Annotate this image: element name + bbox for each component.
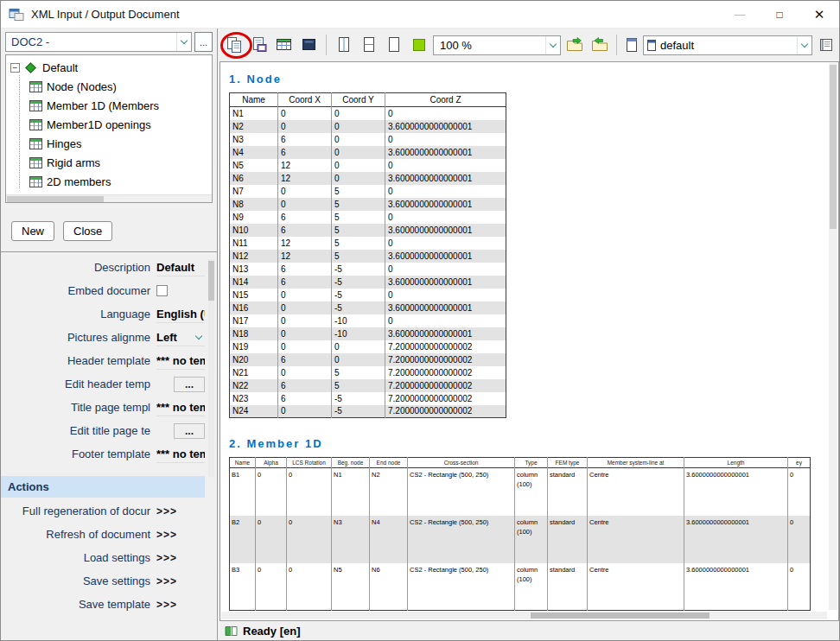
document-combo[interactable]: DOC2 - [5, 32, 192, 52]
template-page-button[interactable] [622, 34, 641, 56]
display-mode-icon [301, 37, 318, 53]
scrollbar-thumb[interactable] [531, 612, 710, 619]
property-row-title-page-template: Title page templ *** no temp [1, 396, 205, 419]
window-body: DOC2 - ... − Default Node (Nodes) [1, 29, 839, 640]
document-horizontal-scrollbar[interactable] [221, 612, 827, 619]
tree-item-member-1d[interactable]: Member 1D (Members [6, 96, 212, 115]
title-page-template-value: *** no temp [156, 401, 205, 414]
tree-item-member1d-openings[interactable]: Member1D openings [6, 115, 212, 134]
table-cell: 3.6000000000000001 [385, 198, 506, 211]
chevron-down-icon[interactable] [545, 36, 560, 54]
column-header: Coord X [278, 93, 332, 107]
save-settings-toolbar-button[interactable] [588, 34, 611, 56]
column-header: Member system-line at [588, 458, 684, 468]
edit-header-template-button[interactable]: ... [174, 377, 205, 392]
chevron-down-icon[interactable] [176, 33, 191, 51]
new-button[interactable]: New [11, 221, 54, 241]
save-settings-button[interactable]: >>> [156, 575, 177, 587]
table-cell: 7.2000000000000002 [385, 392, 506, 405]
save-settings-icon [590, 36, 609, 54]
tree-item-label: Member1D openings [47, 118, 151, 131]
color-swatch[interactable] [413, 39, 425, 51]
zoom-combo[interactable]: 100 % [433, 35, 561, 55]
document-vertical-scrollbar[interactable] [829, 63, 837, 610]
page-layout-button[interactable] [332, 34, 355, 56]
table-cell: 0 [278, 185, 332, 198]
table-row: N170-100 [230, 314, 506, 327]
load-settings-toolbar-button[interactable] [563, 34, 586, 56]
template-combo[interactable]: default [643, 35, 812, 55]
browse-button[interactable]: ... [194, 32, 213, 52]
display-mode-button[interactable] [297, 34, 321, 56]
scrollbar-thumb[interactable] [208, 261, 214, 301]
action-label: Save settings [1, 574, 156, 587]
edit-title-page-template-button[interactable]: ... [174, 423, 205, 439]
table-cell: N22 [230, 379, 278, 392]
footer-template-value: *** no temp [156, 447, 205, 460]
table-row: N7050 [230, 185, 506, 198]
title-bar: XML Input / Output Document — □ ✕ [1, 1, 839, 29]
tree-item-2d-members[interactable]: 2D members [6, 172, 212, 191]
table-row: B300N5N6CS2 - Rectangle (500, 250)column… [230, 563, 811, 611]
chevron-down-icon[interactable] [193, 336, 205, 339]
description-field[interactable]: Default [156, 258, 205, 276]
header-template-select[interactable]: *** no temp [156, 352, 205, 370]
collapse-icon[interactable]: − [10, 63, 20, 73]
scrollbar-thumb[interactable] [830, 65, 837, 229]
table-row: N180-103.6000000000000001 [230, 327, 506, 340]
tree-item-rigid-arms[interactable]: Rigid arms [6, 153, 212, 172]
table-cell: 3.6000000000000001 [684, 563, 788, 611]
table-cell: 7.2000000000000002 [385, 340, 506, 353]
page-split-button[interactable] [357, 34, 380, 56]
properties-vertical-scrollbar[interactable] [208, 259, 214, 477]
table-cell: CS2 - Rectangle (500, 250) [408, 468, 515, 516]
document-tree: − Default Node (Nodes) Member 1D (Member… [5, 54, 213, 203]
pictures-alignment-select[interactable]: Left [156, 328, 205, 346]
table-row: N111250 [230, 237, 506, 250]
close-button[interactable]: Close [63, 221, 112, 241]
table-cell: N7 [230, 185, 278, 198]
actions-header: Actions [1, 476, 205, 498]
minimize-button[interactable]: — [720, 1, 760, 28]
load-settings-button[interactable]: >>> [156, 552, 177, 564]
column-header: LCS Rotation [287, 458, 332, 468]
table-cell: N6 [230, 172, 278, 185]
chevron-down-icon[interactable] [797, 36, 811, 54]
app-icon [9, 8, 24, 22]
tree-item-default[interactable]: − Default [6, 58, 212, 77]
document-preview: 1. Node NameCoord XCoord YCoord ZN1000N2… [220, 61, 839, 621]
embed-document-checkbox[interactable] [156, 285, 168, 296]
table-composer-button[interactable] [272, 34, 296, 56]
title-page-template-select[interactable]: *** no temp [156, 398, 205, 416]
property-row-embed-document: Embed documer [1, 279, 205, 302]
footer-template-select[interactable]: *** no temp [156, 445, 205, 463]
language-select[interactable]: English (Ur [156, 305, 205, 323]
table-cell: -5 [332, 263, 385, 276]
table-cell: column (100) [515, 563, 548, 611]
copy-to-gallery-button[interactable] [247, 34, 270, 56]
table-row: N160-53.6000000000000001 [230, 301, 506, 314]
column-header: Alpha [256, 458, 287, 468]
scrollbar-thumb[interactable] [7, 196, 104, 202]
close-window-button[interactable]: ✕ [799, 1, 839, 28]
table-cell: N2 [370, 468, 408, 516]
table-cell: 6 [278, 146, 332, 159]
property-label: Pictures alignme [1, 331, 156, 344]
table-cell: 5 [332, 237, 385, 250]
copy-button[interactable] [222, 34, 245, 56]
maximize-button[interactable]: □ [760, 1, 799, 28]
table-cell: N19 [230, 340, 278, 353]
save-template-button[interactable]: >>> [156, 599, 177, 611]
table-cell: N12 [230, 250, 278, 263]
table-cell: 0 [385, 159, 506, 172]
full-regeneration-button[interactable]: >>> [156, 505, 177, 517]
tree-horizontal-scrollbar[interactable] [6, 194, 212, 202]
table-cell: N10 [230, 224, 278, 237]
page-blank-button[interactable] [382, 34, 405, 56]
table-row: N9650 [230, 211, 506, 224]
gallery-book-button[interactable] [814, 34, 837, 56]
refresh-document-button[interactable]: >>> [156, 529, 177, 541]
tree-item-node[interactable]: Node (Nodes) [6, 77, 212, 96]
tree-item-hinges[interactable]: Hinges [6, 134, 212, 153]
table-cell: column (100) [515, 468, 548, 516]
